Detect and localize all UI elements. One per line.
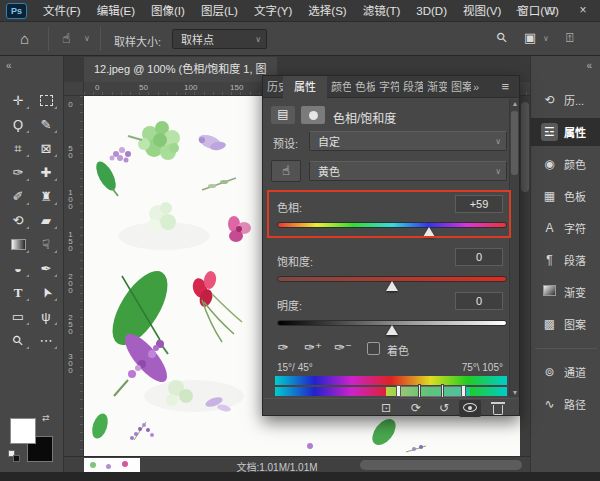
menu-edit[interactable]: 编辑(E) [89, 0, 143, 22]
smudge-tool[interactable]: ☟ [33, 233, 59, 255]
move-tool[interactable]: ✛ [5, 89, 31, 111]
close-button[interactable]: × [574, 0, 592, 20]
path-select-tool[interactable]: ➤ [33, 281, 59, 303]
menu-image[interactable]: 图像(I) [143, 0, 193, 22]
dock-item-color[interactable]: ◉ 颜色 [531, 150, 600, 178]
tool-chevron-icon[interactable]: ∨ [84, 34, 90, 43]
tab-properties[interactable]: 属性 [283, 76, 327, 98]
panel-scrollbar[interactable]: ▲ ▼ [509, 99, 519, 397]
mask-icon[interactable] [301, 106, 325, 124]
scroll-up-icon[interactable]: ▲ [510, 100, 520, 107]
preset-dropdown[interactable]: 自定 ∨ [309, 131, 507, 151]
dock-item-swatches[interactable]: ▦ 色板 [531, 182, 600, 210]
workspace-icon[interactable]: ▣ [524, 30, 536, 45]
collapse-dock-icon[interactable]: « [586, 60, 592, 71]
tab-patterns[interactable]: 图案 [447, 76, 471, 98]
reset-icon[interactable]: ↺ [433, 402, 455, 416]
clone-stamp-tool[interactable]: ♜ [33, 185, 59, 207]
dodge-tool[interactable]: ◒ [5, 257, 31, 279]
dock-item-gradients[interactable]: 渐变 [531, 278, 600, 306]
range-falloff-left-handle[interactable] [396, 385, 401, 397]
more-tools-button[interactable]: ⋯ [33, 329, 59, 351]
dock-item-properties[interactable]: ☲ 属性 [531, 118, 600, 146]
chevron-down-icon: ∨ [255, 35, 266, 44]
dock-item-channels[interactable]: ⊚ 通道 [531, 358, 600, 386]
history-brush-tool[interactable]: ⟲ [5, 209, 31, 231]
search-icon[interactable]: ⚲ [493, 29, 510, 46]
tab-paragraph[interactable]: 段落 [399, 76, 423, 98]
brush-tool[interactable]: ✐ [5, 185, 31, 207]
lasso-tool[interactable]: Ϙ [5, 113, 31, 135]
type-tool[interactable]: T [5, 281, 31, 303]
share-icon[interactable]: ⍐ [566, 30, 574, 46]
tab-character[interactable]: 字符 [375, 76, 399, 98]
foreground-color-swatch[interactable] [10, 418, 36, 444]
shape-tool[interactable]: ▭ [5, 305, 31, 327]
document-tab[interactable]: 12.jpeg @ 100% (色相/饱和度 1, 图 [84, 57, 277, 82]
channel-dropdown[interactable]: 黄色 ∨ [309, 161, 507, 181]
hand-tool[interactable]: ψ [33, 305, 59, 327]
eraser-tool[interactable]: ▰ [33, 209, 59, 231]
panel-menu-icon[interactable]: ≡ [501, 76, 509, 98]
visibility-eye-icon[interactable] [459, 400, 481, 417]
tab-color[interactable]: 颜色 [327, 76, 351, 98]
targeted-adjustment-tool-icon[interactable]: ☝ [62, 30, 71, 46]
gradient-tool[interactable] [5, 233, 31, 255]
horizontal-scrollbar-thumb[interactable] [360, 460, 522, 470]
hue-ramp-bottom [275, 387, 507, 396]
workspace-chevron-icon[interactable]: ∨ [543, 34, 549, 43]
menu-3d[interactable]: 3D(D) [408, 0, 455, 22]
collapse-toolbar-icon[interactable]: « [6, 60, 12, 71]
quick-selection-tool[interactable]: ✎ [33, 113, 59, 135]
targeted-adjustment-button[interactable]: ☝ [271, 160, 301, 182]
minimize-button[interactable]: − [510, 0, 528, 20]
healing-brush-tool[interactable]: ✚ [33, 161, 59, 183]
frame-tool[interactable]: ⊠ [33, 137, 59, 159]
crop-tool[interactable]: ⌗ [5, 137, 31, 159]
lightness-value-field[interactable]: 0 [455, 292, 503, 310]
dock-item-history[interactable]: ⟲ 历... [531, 86, 600, 114]
hue-range-band[interactable] [398, 386, 466, 397]
menu-type[interactable]: 文字(Y) [246, 0, 300, 22]
home-icon[interactable]: ⌂ [20, 30, 29, 47]
menu-select[interactable]: 选择(S) [300, 0, 354, 22]
tab-overflow-icon[interactable]: » [473, 76, 479, 98]
default-colors-icon[interactable] [8, 450, 18, 460]
range-start-handle[interactable] [418, 384, 421, 398]
delete-trash-icon[interactable] [487, 402, 509, 416]
eyedropper-tool[interactable]: ✑ [5, 161, 31, 183]
zoom-tool[interactable]: ⚲ [5, 329, 31, 351]
maximize-button[interactable]: □ [542, 0, 560, 20]
range-end-handle[interactable] [441, 384, 444, 398]
document-vertical-scrollbar[interactable] [520, 96, 530, 456]
dock-item-patterns[interactable]: ▩ 图案 [531, 310, 600, 338]
menu-layer[interactable]: 图层(L) [193, 0, 246, 22]
swap-colors-icon[interactable]: ⇄ [42, 413, 50, 423]
window-controls: − □ × [510, 0, 592, 20]
pen-tool[interactable]: ✒ [33, 257, 59, 279]
scrollbar-thumb[interactable] [511, 111, 518, 175]
menu-view[interactable]: 视图(V) [455, 0, 509, 22]
dock-item-paragraph[interactable]: ¶ 段落 [531, 246, 600, 274]
menu-file[interactable]: 文件(F) [35, 0, 89, 22]
range-falloff-right-handle[interactable] [461, 385, 466, 397]
scrollbar-thumb[interactable] [521, 102, 529, 192]
dock-item-paths[interactable]: ∿ 路径 [531, 390, 600, 418]
marquee-tool[interactable] [33, 89, 59, 111]
eyedropper-sample-icon[interactable]: ✑ [271, 338, 295, 358]
tab-history[interactable]: 历史 [263, 76, 283, 98]
tab-gradients[interactable]: 渐变 [423, 76, 447, 98]
saturation-value-field[interactable]: 0 [455, 248, 503, 266]
sample-size-dropdown[interactable]: 取样点 ∨ [172, 29, 267, 49]
lightness-slider-thumb[interactable] [386, 325, 398, 335]
scroll-down-icon[interactable]: ▼ [510, 389, 520, 396]
eyedropper-add-icon[interactable]: ✑⁺ [301, 338, 325, 358]
eyedropper-subtract-icon[interactable]: ✑⁻ [331, 338, 355, 358]
dock-item-character[interactable]: A 字符 [531, 214, 600, 242]
view-previous-state-icon[interactable]: ⟳ [405, 402, 427, 416]
saturation-slider-thumb[interactable] [386, 281, 398, 291]
tab-swatches[interactable]: 色板 [351, 76, 375, 98]
menu-filter[interactable]: 滤镜(T) [355, 0, 409, 22]
clip-to-layer-icon[interactable]: ⊡ [375, 402, 397, 416]
colorize-checkbox[interactable] [367, 342, 380, 355]
